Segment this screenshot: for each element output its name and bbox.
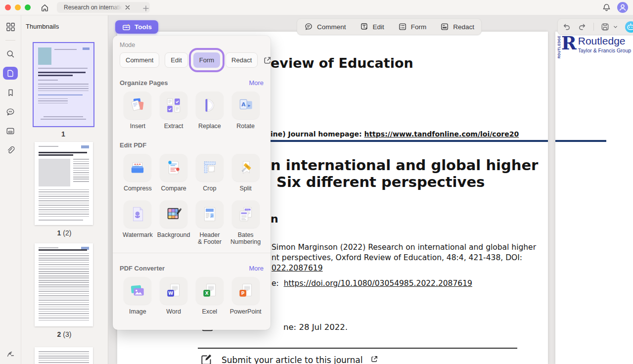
sidebar-rail-signature[interactable]: [5, 348, 15, 360]
avatar[interactable]: [617, 2, 628, 13]
mode-toolbar: CommentEditFormRedact: [297, 18, 482, 35]
tool-extract[interactable]: Extract: [156, 91, 192, 130]
toolbar-mode-redact[interactable]: Redact: [433, 19, 481, 35]
sidebar-rail-apps-grid[interactable]: [0, 18, 21, 35]
tab-title-fade: [109, 4, 122, 11]
external-link-icon: [370, 355, 378, 364]
panel-mode-edit[interactable]: Edit: [165, 52, 187, 68]
panel-mode-comment[interactable]: Comment: [120, 52, 159, 68]
tool-label: Split: [239, 185, 251, 192]
tool-replace[interactable]: Replace: [192, 91, 228, 130]
page-thumbnail-4[interactable]: [35, 347, 93, 364]
ai-assistant-button[interactable]: [625, 21, 633, 33]
homepage-link[interactable]: https://www.tandfonline.com/loi/core20: [364, 130, 519, 138]
extract-icon: [165, 96, 182, 114]
more-link-pdf-converter[interactable]: More: [249, 265, 264, 272]
tool-label: Watermark: [123, 231, 153, 239]
watermark-icon: [129, 205, 146, 223]
tool-header-footer[interactable]: Header & Footer: [192, 200, 228, 246]
edit-icon: [360, 22, 369, 31]
toolbar-mode-label: Edit: [373, 23, 384, 31]
panel-mode-redact[interactable]: Redact: [226, 52, 258, 68]
new-tab-button[interactable]: [143, 4, 149, 13]
thumbnails-sidebar: Thumbnails 11(2)2(3): [21, 15, 108, 364]
open-in-new-window-icon[interactable]: [263, 56, 271, 65]
doi-inline-link[interactable]: 022.2087619: [271, 264, 323, 273]
tool-label: Extract: [164, 123, 183, 130]
journal-rule-right: [555, 140, 606, 142]
page-thumbnail-1[interactable]: [34, 43, 93, 126]
bell-icon[interactable]: [602, 3, 611, 12]
svg-text:P: P: [241, 291, 244, 296]
panel-mode-form[interactable]: Form: [193, 52, 220, 68]
tool-label: Excel: [202, 308, 218, 316]
bates-icon: [237, 205, 255, 223]
routledge-tagline: Taylor & Francis Group: [578, 47, 631, 53]
page-thumbnail-2[interactable]: [35, 142, 93, 225]
routledge-logo: ROUTLEDGE R Routledge Taylor & Francis G…: [557, 36, 631, 58]
section-title-organize-pages: Organize Pages: [120, 79, 168, 87]
save-chevron-down-icon[interactable]: [613, 24, 618, 30]
compare-icon: [165, 159, 182, 177]
tool-compare[interactable]: Compare: [156, 154, 192, 192]
tool-bates-numbering[interactable]: Bates Numbering: [227, 200, 264, 246]
sidebar-rail-comments[interactable]: [0, 103, 21, 120]
tool-excel[interactable]: XExcel: [192, 277, 228, 316]
sidebar-rail-thumbnails[interactable]: [0, 65, 21, 82]
sidebar-rail-bookmarks[interactable]: [0, 84, 21, 101]
redo-button[interactable]: [578, 22, 587, 32]
toolbar-mode-edit[interactable]: Edit: [353, 19, 391, 35]
section-title-edit-pdf: Edit PDF: [120, 141, 146, 149]
save-button[interactable]: [600, 22, 610, 32]
powerpoint-icon: P: [237, 282, 255, 300]
submit-row[interactable]: Submit your article to this journal: [200, 352, 378, 364]
tool-watermark[interactable]: Watermark: [120, 200, 156, 246]
tool-compress[interactable]: Compress: [120, 154, 156, 192]
tools-button[interactable]: Tools: [115, 20, 158, 34]
doi-line: e: https://doi.org/10.1080/03054985.2022…: [271, 279, 472, 288]
tool-label: Compare: [161, 185, 186, 192]
document-tab[interactable]: Research on international: [57, 2, 150, 13]
tool-label: Rotate: [236, 123, 255, 130]
bookmarks-icon: [6, 88, 15, 97]
author-fragment: n: [271, 213, 278, 225]
tool-word[interactable]: WWord: [156, 277, 192, 316]
doi-link[interactable]: https://doi.org/10.1080/03054985.2022.20…: [284, 279, 472, 288]
tool-split[interactable]: Split: [227, 154, 264, 192]
tab-close-icon[interactable]: [125, 5, 130, 10]
split-icon: [237, 159, 255, 177]
sidebar-rail-search[interactable]: [0, 46, 21, 62]
close-window-button[interactable]: [5, 4, 11, 10]
window-controls: [5, 4, 31, 10]
tool-powerpoint[interactable]: PPowerPoint: [227, 277, 264, 316]
image-icon: [129, 282, 146, 300]
minimize-window-button[interactable]: [15, 4, 21, 10]
toolbar-mode-label: Redact: [453, 23, 474, 31]
tool-label: Bates Numbering: [230, 231, 261, 246]
submit-pencil-icon: [200, 352, 214, 364]
tool-rotate[interactable]: ARotate: [227, 91, 264, 130]
rotate-icon: A: [237, 96, 255, 114]
titlebar: Research on international: [0, 0, 633, 15]
more-link-organize-pages[interactable]: More: [249, 79, 264, 87]
tool-background[interactable]: Background: [156, 200, 192, 246]
page-thumbnail-3[interactable]: [35, 243, 93, 326]
sidebar-rail-export[interactable]: [0, 123, 21, 139]
tool-image[interactable]: Image: [120, 277, 156, 316]
section-header: Organize PagesMore: [120, 79, 264, 87]
tool-label: Word: [166, 308, 181, 316]
tool-grid: ImageWWordXExcelPPowerPoint: [120, 277, 264, 316]
svg-text:A: A: [241, 101, 246, 107]
headerfooter-icon: [201, 205, 219, 223]
routledge-r-glyph: R: [561, 36, 577, 51]
toolbar-mode-form[interactable]: Form: [391, 19, 434, 35]
zoom-window-button[interactable]: [25, 4, 31, 10]
toolbar-mode-comment[interactable]: Comment: [297, 19, 353, 35]
tool-label: Image: [129, 308, 146, 316]
home-button[interactable]: [40, 2, 49, 12]
undo-button[interactable]: [562, 22, 571, 32]
tool-crop[interactable]: Crop: [192, 154, 228, 192]
tool-label: Header & Footer: [198, 231, 222, 246]
tool-insert[interactable]: Insert: [120, 91, 156, 130]
sidebar-rail-attachments[interactable]: [0, 142, 21, 159]
